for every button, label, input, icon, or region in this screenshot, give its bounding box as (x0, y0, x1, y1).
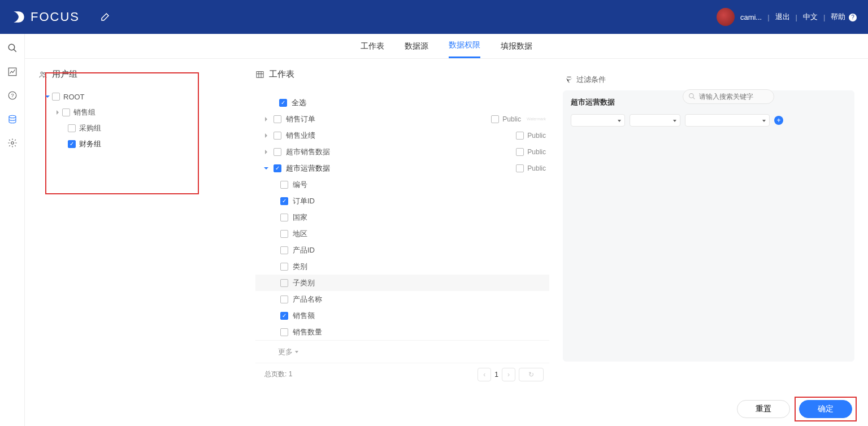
filter-select-3[interactable] (685, 114, 770, 127)
select-all-row[interactable]: 全选 (255, 94, 549, 111)
settings-icon[interactable] (7, 138, 18, 148)
table-icon (255, 70, 264, 79)
tab-permission[interactable]: 数据权限 (449, 34, 480, 58)
logout-link[interactable]: 退出 (775, 12, 790, 22)
tree-item-purchase[interactable]: 采购组 (38, 120, 242, 136)
help-icon: ? (849, 14, 857, 21)
user-group-panel: 用户组 ROOT 销售组 采购组 财务组 (38, 69, 242, 419)
svg-point-13 (689, 94, 694, 98)
pager-next[interactable]: › (502, 368, 515, 381)
tree-item-sales[interactable]: 销售组 (38, 105, 242, 120)
ws-item[interactable]: 销售订单PublicWatermark (255, 111, 549, 127)
search-icon[interactable] (7, 43, 18, 53)
help-nav-icon[interactable]: ? (7, 90, 18, 101)
pager: 总页数: 1 ‹ 1 › ↻ (255, 363, 549, 385)
lang-link[interactable]: 中文 (803, 12, 818, 22)
tree-item-finance[interactable]: 财务组 (38, 136, 242, 152)
worksheet-title: 工作表 (269, 69, 294, 80)
highlight-confirm (795, 397, 857, 421)
svg-point-0 (8, 44, 15, 50)
worksheet-search-input[interactable] (683, 89, 774, 104)
brand: FOCUS (11, 10, 80, 24)
svg-rect-9 (257, 71, 263, 77)
add-filter-button[interactable]: + (774, 116, 783, 125)
filter-select-2[interactable] (630, 114, 680, 127)
col-item[interactable]: 销售额 (255, 307, 549, 324)
svg-line-1 (14, 49, 16, 52)
avatar[interactable] (717, 8, 735, 26)
ws-item[interactable]: 超市销售数据Public (255, 144, 549, 160)
worksheet-panel: 工作表 全选 销售订单PublicWatermark 销售业绩Public 超市… (255, 69, 549, 419)
col-item[interactable]: 销售数量 (255, 324, 549, 340)
col-item[interactable]: 地区 (255, 225, 549, 242)
svg-point-6 (11, 142, 14, 145)
pager-prev[interactable]: ‹ (478, 368, 491, 381)
col-item[interactable]: 产品名称 (255, 291, 549, 307)
filter-title: 过滤条件 (576, 75, 606, 85)
pager-current: 1 (494, 371, 498, 379)
user-group-title: 用户组 (52, 69, 77, 80)
col-item[interactable]: 国家 (255, 209, 549, 225)
svg-point-8 (44, 72, 45, 74)
ws-item-active[interactable]: 超市运营数据Public (255, 160, 549, 176)
users-icon (38, 70, 47, 79)
top-bar: FOCUS cami... | 退出 | 中文 | 帮助 ? (0, 0, 868, 34)
logo-icon (11, 10, 26, 24)
ws-item[interactable]: 销售业绩Public (255, 127, 549, 144)
pager-refresh[interactable]: ↻ (519, 368, 544, 381)
more-button[interactable]: 更多 (255, 340, 549, 363)
tree-root[interactable]: ROOT (38, 89, 242, 105)
svg-text:?: ? (11, 93, 14, 98)
tab-worksheet[interactable]: 工作表 (361, 35, 384, 58)
reset-button[interactable]: 重置 (737, 400, 790, 418)
filter-panel: 过滤条件 超市运营数据 + (563, 69, 854, 419)
svg-line-14 (693, 97, 695, 99)
tab-report[interactable]: 填报数据 (501, 35, 532, 58)
tab-datasource[interactable]: 数据源 (405, 35, 428, 58)
tab-bar: 工作表 数据源 数据权限 填报数据 (25, 34, 868, 59)
help-link[interactable]: 帮助 ? (831, 12, 857, 22)
brand-text: FOCUS (31, 10, 80, 24)
side-nav: ? (0, 34, 25, 426)
search-input-icon (688, 93, 696, 100)
data-nav-icon[interactable] (7, 114, 18, 124)
pager-total-label: 总页数: 1 (264, 370, 292, 379)
col-item[interactable]: 产品ID (255, 242, 549, 258)
filter-icon (565, 76, 573, 84)
svg-point-7 (41, 72, 43, 74)
svg-point-5 (9, 115, 16, 118)
chart-icon[interactable] (7, 67, 18, 77)
col-item[interactable]: 子类别 (255, 275, 549, 291)
col-item[interactable]: 编号 (255, 176, 549, 193)
col-item[interactable]: 类别 (255, 258, 549, 275)
edit-icon[interactable] (100, 12, 110, 22)
username[interactable]: cami... (740, 13, 762, 21)
filter-select-1[interactable] (571, 114, 625, 127)
col-item[interactable]: 订单ID (255, 193, 549, 209)
